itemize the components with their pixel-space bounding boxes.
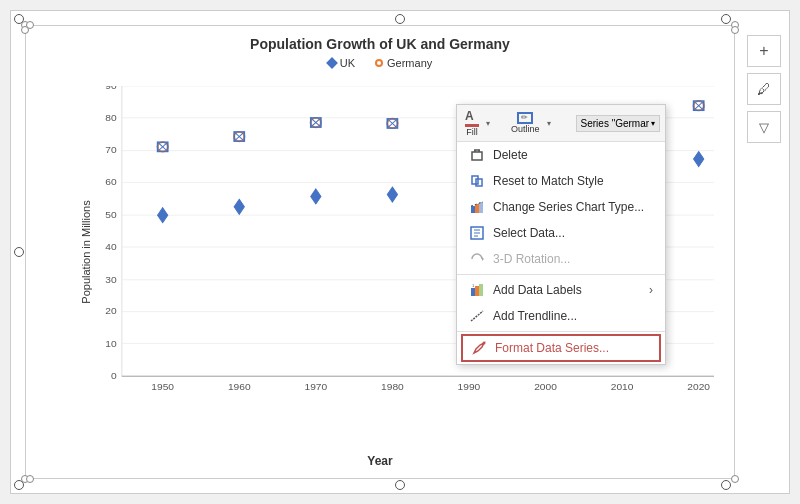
select-data-icon	[469, 225, 485, 241]
series-dropdown-arrow: ▾	[651, 119, 655, 128]
menu-add-data-labels[interactable]: 1 Add Data Labels ›	[457, 277, 665, 303]
reset-label: Reset to Match Style	[493, 174, 604, 188]
uk-point-1980	[387, 187, 397, 202]
data-labels-label: Add Data Labels	[493, 283, 582, 297]
x-axis-label: Year	[367, 454, 392, 468]
svg-text:1990: 1990	[458, 382, 481, 393]
svg-rect-61	[471, 288, 475, 296]
submenu-arrow: ›	[649, 283, 653, 297]
svg-text:2010: 2010	[611, 382, 634, 393]
format-series-label: Format Data Series...	[495, 341, 609, 355]
rotation-icon	[469, 251, 485, 267]
series-dropdown-label: Series "Germar	[581, 118, 650, 129]
menu-select-data[interactable]: Select Data...	[457, 220, 665, 246]
chart-handle-br[interactable]	[731, 475, 739, 483]
uk-point-1970	[311, 189, 321, 204]
trendline-icon	[469, 308, 485, 324]
series-dropdown[interactable]: Series "Germar ▾	[576, 115, 661, 132]
chart-area: Population Growth of UK and Germany UK G…	[25, 25, 735, 479]
svg-marker-60	[482, 257, 484, 261]
plus-icon: +	[759, 42, 768, 60]
outline-dropdown-arrow[interactable]: ▾	[547, 119, 551, 128]
context-menu: A Fill ▾ ✏ Outline ▾	[456, 104, 666, 365]
handle-br[interactable]	[721, 480, 731, 490]
svg-text:1950: 1950	[151, 382, 174, 393]
handle-bc[interactable]	[395, 480, 405, 490]
rotation-label: 3-D Rotation...	[493, 252, 570, 266]
trendline-label: Add Trendline...	[493, 309, 577, 323]
outline-label: Outline	[511, 124, 540, 134]
svg-text:0: 0	[111, 370, 117, 381]
legend-germany-label: Germany	[387, 57, 432, 69]
outline-button[interactable]: ✏ Outline	[511, 112, 540, 134]
filter-icon: ▽	[759, 120, 769, 135]
svg-point-66	[483, 342, 486, 345]
reset-icon	[469, 173, 485, 189]
handle-tr[interactable]	[721, 14, 731, 24]
fill-label: Fill	[466, 127, 478, 137]
outer-wrapper: + 🖊 ▽ Population Growth of UK and German…	[10, 10, 790, 494]
svg-text:90: 90	[105, 86, 117, 91]
delete-icon	[469, 147, 485, 163]
separator-1	[457, 274, 665, 275]
svg-text:10: 10	[105, 339, 117, 350]
filter-button[interactable]: ▽	[747, 111, 781, 143]
chart-title: Population Growth of UK and Germany	[26, 26, 734, 57]
svg-text:60: 60	[105, 177, 117, 188]
menu-reset[interactable]: Reset to Match Style	[457, 168, 665, 194]
svg-rect-51	[476, 179, 482, 186]
change-series-icon	[469, 199, 485, 215]
delete-label: Delete	[493, 148, 528, 162]
format-series-icon	[471, 340, 487, 356]
legend-uk-marker	[326, 57, 337, 68]
svg-rect-50	[472, 176, 478, 184]
handle-tc[interactable]	[395, 14, 405, 24]
svg-text:1970: 1970	[304, 382, 327, 393]
svg-rect-52	[471, 206, 475, 213]
handle-ml[interactable]	[14, 247, 24, 257]
menu-change-series[interactable]: Change Series Chart Type...	[457, 194, 665, 220]
edit-icon: 🖊	[757, 81, 771, 97]
svg-text:2000: 2000	[534, 382, 557, 393]
fill-dropdown-arrow[interactable]: ▾	[486, 119, 490, 128]
legend-uk-label: UK	[340, 57, 355, 69]
uk-point-2020	[694, 152, 704, 167]
fill-button[interactable]: A Fill	[465, 109, 479, 137]
menu-rotation: 3-D Rotation...	[457, 246, 665, 272]
data-labels-icon: 1	[469, 282, 485, 298]
svg-rect-63	[479, 284, 483, 296]
menu-header: A Fill ▾ ✏ Outline ▾	[457, 105, 665, 142]
svg-text:70: 70	[105, 145, 117, 156]
menu-add-trendline[interactable]: Add Trendline...	[457, 303, 665, 329]
svg-line-65	[471, 311, 483, 321]
legend-germany-marker	[375, 59, 383, 67]
svg-text:80: 80	[105, 112, 117, 123]
svg-text:30: 30	[105, 274, 117, 285]
svg-rect-46	[472, 152, 482, 160]
svg-text:20: 20	[105, 306, 117, 317]
legend-germany: Germany	[375, 57, 432, 69]
menu-format-series[interactable]: Format Data Series...	[461, 334, 661, 362]
edit-button[interactable]: 🖊	[747, 73, 781, 105]
legend-uk: UK	[328, 57, 355, 69]
svg-rect-62	[475, 286, 479, 296]
svg-text:1960: 1960	[228, 382, 251, 393]
chart-handle-ml[interactable]	[21, 26, 29, 34]
svg-text:2020: 2020	[687, 382, 710, 393]
right-panel: + 🖊 ▽	[739, 25, 789, 143]
svg-text:50: 50	[105, 209, 117, 220]
uk-point-1950	[158, 208, 168, 223]
svg-text:40: 40	[105, 241, 117, 252]
select-data-label: Select Data...	[493, 226, 565, 240]
menu-delete[interactable]: Delete	[457, 142, 665, 168]
svg-rect-53	[475, 204, 479, 213]
chart-legend: UK Germany	[26, 57, 734, 69]
separator-2	[457, 331, 665, 332]
change-series-label: Change Series Chart Type...	[493, 200, 644, 214]
uk-point-1960	[234, 199, 244, 214]
chart-handle-bc[interactable]	[26, 475, 34, 483]
chart-handle-mr[interactable]	[731, 26, 739, 34]
svg-text:1980: 1980	[381, 382, 404, 393]
add-element-button[interactable]: +	[747, 35, 781, 67]
svg-text:1: 1	[472, 283, 475, 288]
